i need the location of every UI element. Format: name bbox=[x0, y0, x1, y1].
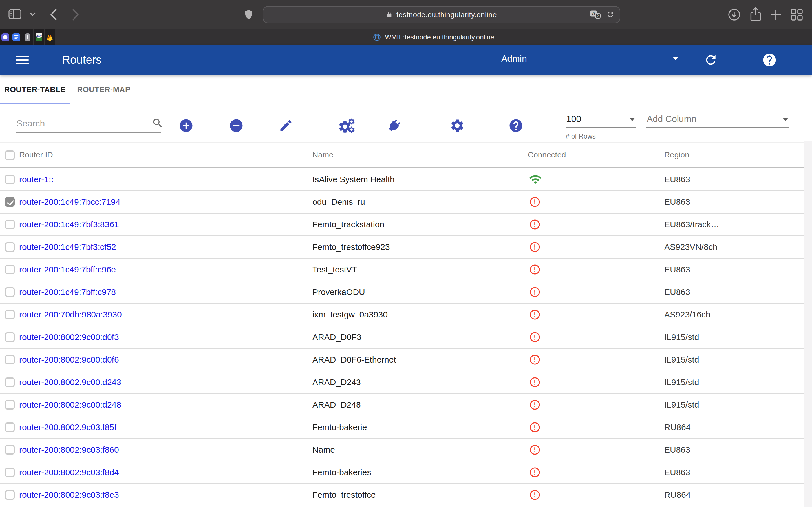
active-tab[interactable]: WMIF:testnode.eu.thingularity.online bbox=[55, 29, 812, 45]
row-checkbox[interactable] bbox=[5, 445, 15, 455]
router-name: ARAD_D0F3 bbox=[312, 332, 361, 342]
router-id-link[interactable]: router-1:: bbox=[19, 175, 54, 184]
router-id-link[interactable]: router-200:70db:980a:3930 bbox=[19, 310, 122, 320]
edit-router-button[interactable] bbox=[278, 118, 293, 133]
add-column-select[interactable]: Add Column bbox=[646, 112, 790, 128]
settings-button[interactable] bbox=[450, 118, 465, 133]
refresh-icon[interactable] bbox=[704, 53, 718, 67]
router-id-link[interactable]: router-200:8002:9c00:d0f3 bbox=[19, 332, 119, 342]
router-name: Name bbox=[312, 445, 335, 455]
not-connected-icon bbox=[529, 399, 541, 411]
scroll-gutter[interactable] bbox=[804, 141, 812, 507]
not-connected-icon bbox=[529, 354, 541, 365]
router-id-link[interactable]: router-200:1c49:7bf3:8361 bbox=[19, 220, 119, 229]
select-arrow-icon bbox=[783, 118, 788, 121]
pinned-tab-usda-site[interactable]: USDA bbox=[34, 29, 45, 45]
row-checkbox[interactable] bbox=[5, 378, 15, 387]
not-connected-icon bbox=[529, 286, 541, 298]
router-id-link[interactable]: router-200:1c49:7bcc:7194 bbox=[19, 197, 120, 207]
row-checkbox[interactable] bbox=[5, 175, 15, 184]
pinned-tab-pill-app[interactable] bbox=[22, 29, 34, 45]
router-region: IL915/std bbox=[664, 332, 699, 342]
table-row: router-200:70db:980a:3930 ixm_testgw_0a3… bbox=[0, 304, 804, 326]
pinned-tabs: USDA bbox=[0, 29, 55, 45]
reload-icon[interactable] bbox=[606, 10, 615, 18]
connected-cell bbox=[529, 376, 541, 388]
connected-cell bbox=[529, 354, 541, 365]
router-id-link[interactable]: router-200:8002:9c03:f8e3 bbox=[19, 490, 119, 500]
forward-button[interactable] bbox=[72, 8, 80, 21]
router-region: EU863 bbox=[664, 197, 690, 207]
pinned-tab-cloud-app[interactable] bbox=[0, 29, 11, 45]
table-row: router-200:8002:9c03:f85f Femto-bakerie … bbox=[0, 416, 804, 439]
select-all-checkbox[interactable] bbox=[5, 151, 15, 160]
search-input[interactable]: Search bbox=[16, 114, 161, 133]
pinned-tab-docs-app[interactable] bbox=[11, 29, 22, 45]
remove-router-button[interactable] bbox=[229, 118, 244, 133]
connected-cell bbox=[529, 264, 541, 276]
router-region: EU863 bbox=[664, 175, 690, 184]
router-id-link[interactable]: router-200:8002:9c00:d243 bbox=[19, 378, 121, 387]
rows-per-page-select[interactable]: 100 bbox=[566, 112, 636, 128]
connected-cell bbox=[529, 421, 541, 433]
connected-cell bbox=[529, 196, 541, 208]
share-icon[interactable] bbox=[749, 7, 762, 22]
tab-router-map-label: ROUTER-MAP bbox=[77, 86, 131, 94]
user-role-select[interactable]: Admin bbox=[500, 52, 680, 70]
bulk-settings-button[interactable] bbox=[336, 118, 355, 133]
connected-cell bbox=[529, 309, 541, 321]
tab-overview-icon[interactable] bbox=[791, 8, 803, 21]
tab-router-map[interactable]: ROUTER-MAP bbox=[70, 75, 138, 104]
help-icon[interactable] bbox=[762, 52, 777, 68]
router-region: EU863/track… bbox=[664, 220, 719, 229]
row-checkbox[interactable] bbox=[5, 310, 15, 320]
row-checkbox[interactable] bbox=[5, 422, 15, 432]
select-arrow-icon bbox=[673, 57, 678, 60]
row-checkbox[interactable] bbox=[5, 355, 15, 364]
row-checkbox[interactable] bbox=[5, 400, 15, 409]
new-tab-icon[interactable] bbox=[770, 9, 781, 20]
not-connected-icon bbox=[529, 264, 541, 276]
shield-icon[interactable] bbox=[244, 8, 254, 21]
router-id-link[interactable]: router-200:8002:9c00:d248 bbox=[19, 400, 121, 409]
table-row: router-1:: IsAlive System Health EU863 bbox=[0, 168, 804, 191]
row-checkbox[interactable] bbox=[5, 287, 15, 297]
router-id-link[interactable]: router-200:1c49:7bf3:cf52 bbox=[19, 242, 116, 252]
add-router-button[interactable] bbox=[179, 118, 194, 133]
not-connected-icon bbox=[529, 309, 541, 321]
pinned-tab-firebase-console[interactable] bbox=[45, 29, 55, 45]
row-checkbox[interactable] bbox=[5, 265, 15, 274]
router-id-link[interactable]: router-200:8002:9c00:d0f6 bbox=[19, 355, 119, 364]
connected-cell bbox=[529, 444, 541, 456]
translate-icon[interactable]: A文 bbox=[590, 10, 601, 18]
row-checkbox[interactable] bbox=[5, 242, 15, 252]
row-checkbox[interactable] bbox=[5, 220, 15, 229]
search-icon[interactable] bbox=[152, 117, 163, 129]
row-checkbox[interactable] bbox=[5, 332, 15, 342]
column-router-id: Router ID bbox=[19, 151, 53, 159]
address-bar[interactable]: testnode.eu.thingularity.online A文 bbox=[263, 6, 620, 23]
router-id-link[interactable]: router-200:8002:9c03:f85f bbox=[19, 422, 116, 432]
row-checkbox[interactable] bbox=[5, 467, 15, 477]
router-name: Femto-bakerie bbox=[312, 422, 367, 432]
sidebar-toggle-icon[interactable] bbox=[8, 8, 21, 20]
router-id-link[interactable]: router-200:1c49:7bff:c978 bbox=[19, 287, 116, 297]
router-id-link[interactable]: router-200:1c49:7bff:c96e bbox=[19, 265, 116, 274]
connected-cell bbox=[529, 489, 541, 501]
router-name: ARAD_D0F6-Ethernet bbox=[312, 355, 396, 364]
menu-icon[interactable] bbox=[16, 56, 29, 66]
router-id-link[interactable]: router-200:8002:9c03:f8d4 bbox=[19, 467, 119, 477]
router-region: EU863 bbox=[664, 445, 690, 455]
router-region: RU864 bbox=[664, 422, 691, 432]
router-id-link[interactable]: router-200:8002:9c03:f860 bbox=[19, 445, 119, 455]
back-button[interactable] bbox=[50, 8, 57, 21]
row-checkbox[interactable] bbox=[5, 490, 15, 500]
table-help-button[interactable] bbox=[508, 118, 523, 133]
tab-router-table[interactable]: ROUTER-TABLE bbox=[0, 75, 70, 104]
table-row: router-200:8002:9c00:d243 ARAD_D243 IL91… bbox=[0, 371, 804, 394]
not-connected-icon bbox=[529, 241, 541, 253]
downloads-icon[interactable] bbox=[727, 8, 741, 21]
connect-button[interactable] bbox=[386, 118, 402, 133]
row-checkbox[interactable] bbox=[5, 197, 15, 207]
chevron-down-icon[interactable] bbox=[30, 12, 36, 16]
